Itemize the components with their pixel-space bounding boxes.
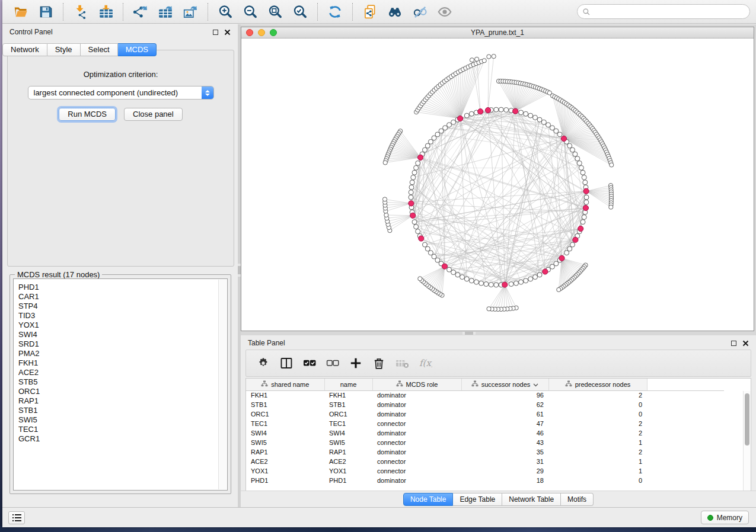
graph-node[interactable] bbox=[435, 258, 440, 262]
graph-hub-node[interactable] bbox=[458, 116, 463, 121]
cell-shared[interactable]: SWI5 bbox=[246, 438, 324, 447]
graph-hub-node[interactable] bbox=[442, 264, 447, 269]
graph-hub-node[interactable] bbox=[559, 255, 564, 261]
tab-mcds[interactable]: MCDS bbox=[118, 43, 157, 56]
mcds-result-item[interactable]: TID3 bbox=[18, 311, 227, 321]
zoom-in-magnifier-icon[interactable] bbox=[216, 3, 235, 21]
graph-hub-node[interactable] bbox=[583, 188, 589, 194]
graph-node[interactable] bbox=[409, 190, 413, 195]
graph-node[interactable] bbox=[412, 220, 417, 225]
cell-name[interactable]: STB1 bbox=[324, 400, 372, 409]
table-row[interactable]: TEC1TEC1connector472 bbox=[246, 419, 724, 428]
graph-node[interactable] bbox=[416, 229, 420, 234]
cell-name[interactable]: RAP1 bbox=[324, 447, 372, 457]
graph-node[interactable] bbox=[509, 282, 513, 287]
graph-node[interactable] bbox=[577, 161, 582, 165]
graph-node[interactable] bbox=[489, 283, 493, 287]
table-row[interactable]: YOX1YOX1connector291 bbox=[246, 466, 724, 476]
graph-node[interactable] bbox=[575, 156, 580, 161]
node-table[interactable]: shared namenameMCDS rolesuccessor nodesp… bbox=[245, 378, 751, 492]
run-mcds-button[interactable]: Run MCDS bbox=[59, 108, 116, 121]
cell-name[interactable]: YOX1 bbox=[324, 466, 372, 476]
tab-node-table[interactable]: Node Table bbox=[403, 493, 454, 506]
cell-pred[interactable]: 2 bbox=[548, 428, 647, 438]
tab-motifs[interactable]: Motifs bbox=[561, 493, 594, 506]
graph-hub-node[interactable] bbox=[418, 155, 423, 160]
cell-role[interactable]: connector bbox=[372, 438, 461, 447]
graph-node[interactable] bbox=[416, 161, 420, 165]
select-all-checkboxes-icon[interactable] bbox=[301, 355, 318, 371]
cell-shared[interactable]: STB1 bbox=[246, 400, 324, 409]
graph-node[interactable] bbox=[447, 267, 452, 272]
cell-succ[interactable]: 47 bbox=[461, 419, 548, 428]
mcds-result-item[interactable]: SWI5 bbox=[18, 415, 227, 425]
graph-node[interactable] bbox=[567, 246, 572, 251]
split-columns-icon[interactable] bbox=[277, 355, 295, 371]
cell-shared[interactable]: YOX1 bbox=[246, 466, 324, 476]
cell-shared[interactable]: SWI4 bbox=[246, 428, 324, 438]
cell-name[interactable]: TEC1 bbox=[324, 419, 372, 428]
graph-node[interactable] bbox=[573, 152, 578, 156]
cell-role[interactable]: dominator bbox=[372, 476, 461, 485]
table-row[interactable]: SWI4SWI4dominator462 bbox=[246, 428, 724, 438]
task-history-button[interactable] bbox=[8, 511, 25, 524]
mcds-result-item[interactable]: PHD1 bbox=[18, 283, 227, 292]
graph-node[interactable] bbox=[537, 117, 542, 122]
graph-node[interactable] bbox=[524, 111, 528, 116]
optimization-criterion-select[interactable]: largest connected component (undirected) bbox=[28, 86, 214, 100]
graph-node[interactable] bbox=[528, 113, 533, 118]
cell-role[interactable]: dominator bbox=[372, 400, 461, 409]
graph-node[interactable] bbox=[423, 242, 428, 247]
float-panel-icon[interactable] bbox=[213, 30, 218, 35]
table-row[interactable]: ORC1ORC1dominator610 bbox=[246, 409, 724, 419]
graph-node[interactable] bbox=[443, 126, 448, 130]
graph-node[interactable] bbox=[550, 126, 554, 130]
cell-succ[interactable]: 96 bbox=[461, 390, 548, 400]
open-folder-icon[interactable] bbox=[11, 3, 30, 21]
import-network-icon[interactable] bbox=[71, 3, 90, 21]
import-table-icon[interactable] bbox=[96, 3, 115, 21]
graph-hub-node[interactable] bbox=[561, 136, 566, 141]
graph-node[interactable] bbox=[414, 225, 419, 229]
tab-network-table[interactable]: Network Table bbox=[502, 493, 561, 506]
graph-node[interactable] bbox=[582, 175, 586, 180]
graph-node[interactable] bbox=[537, 273, 542, 277]
cell-shared[interactable]: PHD1 bbox=[246, 476, 324, 485]
binoculars-icon[interactable] bbox=[385, 3, 404, 21]
table-row[interactable]: ACE2ACE2connector311 bbox=[246, 457, 724, 466]
graph-node[interactable] bbox=[541, 120, 546, 124]
cell-role[interactable]: dominator bbox=[372, 390, 461, 400]
tab-network[interactable]: Network bbox=[2, 43, 47, 56]
graph-node[interactable] bbox=[570, 242, 575, 247]
cell-succ[interactable]: 46 bbox=[461, 428, 548, 438]
scrollbar-thumb[interactable] bbox=[745, 393, 749, 446]
mcds-result-item[interactable]: GCR1 bbox=[18, 434, 227, 444]
cell-pred[interactable]: 2 bbox=[548, 447, 647, 457]
graph-node[interactable] bbox=[554, 261, 559, 266]
graph-node[interactable] bbox=[492, 55, 496, 59]
column-header-MCDS-role[interactable]: MCDS role bbox=[372, 379, 461, 390]
graph-node[interactable] bbox=[455, 273, 460, 277]
zoom-fit-magnifier-icon[interactable] bbox=[266, 3, 285, 21]
graph-node[interactable] bbox=[582, 215, 586, 220]
export-image-icon[interactable] bbox=[181, 3, 200, 21]
mcds-result-item[interactable]: PMA2 bbox=[18, 349, 227, 358]
column-header-successor-nodes[interactable]: successor nodes bbox=[461, 379, 548, 390]
table-scrollbar[interactable] bbox=[743, 391, 751, 491]
mcds-result-item[interactable]: ORC1 bbox=[18, 387, 227, 396]
graph-node[interactable] bbox=[423, 148, 428, 152]
mcds-result-item[interactable]: RAP1 bbox=[18, 396, 227, 406]
cell-succ[interactable]: 18 bbox=[461, 476, 548, 485]
cell-pred[interactable]: 0 bbox=[548, 476, 647, 485]
mcds-result-item[interactable]: SWI4 bbox=[18, 330, 227, 339]
cell-role[interactable]: connector bbox=[372, 457, 461, 466]
graph-hub-node[interactable] bbox=[478, 109, 483, 114]
mcds-result-item[interactable]: SRD1 bbox=[18, 339, 227, 349]
graph-node[interactable] bbox=[584, 200, 589, 204]
export-network-icon[interactable] bbox=[131, 3, 150, 21]
graph-node[interactable] bbox=[451, 270, 456, 275]
cell-shared[interactable]: TEC1 bbox=[246, 419, 324, 428]
add-plus-icon[interactable] bbox=[347, 355, 365, 371]
tab-select[interactable]: Select bbox=[81, 43, 118, 56]
graph-node[interactable] bbox=[533, 115, 538, 120]
